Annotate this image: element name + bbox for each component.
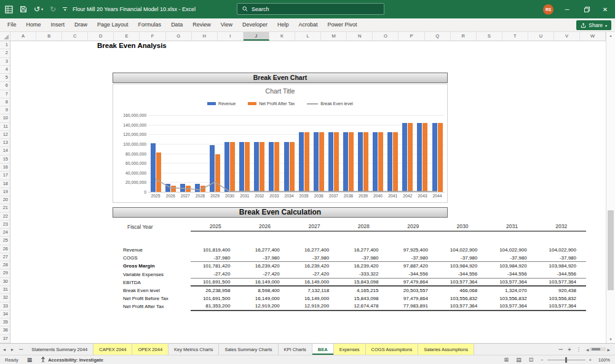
column-header-Q[interactable]: Q	[425, 32, 451, 41]
table-cell[interactable]: 103,556,832	[487, 296, 536, 301]
row-header-3[interactable]: 3	[0, 58, 10, 66]
new-sheet-icon[interactable]: +	[568, 346, 571, 353]
menu-tab-help[interactable]: Help	[272, 18, 294, 32]
macro-record-icon[interactable]: ▦	[27, 357, 33, 363]
menu-tab-data[interactable]: Data	[166, 18, 188, 32]
table-cell[interactable]: 103,577,364	[487, 279, 536, 285]
row-header-11[interactable]: 11	[0, 123, 10, 131]
table-cell[interactable]: -37,980	[438, 255, 487, 261]
table-cell[interactable]: 16,149,000	[240, 296, 289, 301]
scroll-left-icon[interactable]: ◀	[586, 347, 589, 352]
table-cell[interactable]: -37,980	[240, 255, 289, 261]
search-box[interactable]: Search	[237, 3, 384, 15]
horizontal-scrollbar-track[interactable]	[590, 347, 606, 351]
table-cell[interactable]: 81,353,200	[191, 303, 240, 309]
column-header-H[interactable]: H	[192, 32, 218, 41]
row-header-9[interactable]: 9	[0, 106, 10, 114]
table-cell[interactable]: 97,925,400	[389, 247, 438, 253]
column-header-G[interactable]: G	[166, 32, 192, 41]
page-layout-view-icon[interactable]: ▤	[516, 357, 522, 363]
column-header-W[interactable]: W	[580, 32, 606, 41]
table-cell[interactable]: 1,324,070	[487, 288, 536, 293]
zoom-in-icon[interactable]: +	[589, 357, 592, 363]
accessibility-status[interactable]: Accessibility: Investigate	[41, 357, 103, 363]
row-header-2[interactable]: 2	[0, 49, 10, 57]
horizontal-scrollbar[interactable]: ◀ ▶	[586, 347, 610, 352]
sheet-tab-bea[interactable]: BEA	[312, 344, 334, 355]
row-header-32[interactable]: 32	[0, 294, 10, 302]
table-cell[interactable]: -27,420	[240, 271, 289, 277]
table-cell[interactable]: 103,984,920	[487, 263, 536, 269]
column-header-M[interactable]: M	[321, 32, 347, 41]
page-break-view-icon[interactable]: ⊡	[529, 357, 534, 363]
column-header-O[interactable]: O	[373, 32, 399, 41]
table-cell[interactable]: 16,149,000	[240, 279, 289, 285]
row-header-30[interactable]: 30	[0, 278, 10, 286]
row-header-1[interactable]: 1	[0, 41, 10, 49]
row-header-37[interactable]: 37	[0, 335, 10, 343]
restore-button[interactable]	[577, 0, 597, 18]
scroll-up-icon[interactable]: ▲	[606, 32, 615, 39]
menu-tab-home[interactable]: Home	[22, 18, 46, 32]
zoom-out-icon[interactable]: −	[541, 357, 543, 363]
table-cell[interactable]: -37,980	[290, 255, 339, 261]
table-cell[interactable]: -344,556	[487, 271, 536, 277]
table-cell[interactable]: -27,420	[290, 271, 339, 277]
table-cell[interactable]: 101,781,420	[191, 263, 240, 269]
table-cell[interactable]: 16,239,420	[290, 263, 339, 269]
sheet-tab-cogs-assumptions[interactable]: COGS Assumptions	[366, 344, 419, 355]
table-cell[interactable]: 103,556,832	[438, 296, 487, 301]
table-cell[interactable]: 15,843,098	[339, 296, 388, 301]
column-header-A[interactable]: A	[10, 32, 36, 41]
sheet-tab-capex-2044[interactable]: CAPEX 2044	[93, 344, 132, 355]
column-header-D[interactable]: D	[88, 32, 114, 41]
sheet-tab-opex-2044[interactable]: OPEX 2044	[132, 344, 169, 355]
row-header-12[interactable]: 12	[0, 131, 10, 139]
row-header-13[interactable]: 13	[0, 139, 10, 147]
kebab-icon[interactable]: ⋮	[576, 347, 581, 352]
sheet-nav-left-icon[interactable]: ◂	[3, 347, 6, 352]
column-header-N[interactable]: N	[347, 32, 373, 41]
menu-tab-developer[interactable]: Developer	[237, 18, 272, 32]
close-button[interactable]: ✕	[595, 0, 615, 18]
row-header-29[interactable]: 29	[0, 269, 10, 277]
menu-tab-page-layout[interactable]: Page Layout	[92, 18, 133, 32]
table-cell[interactable]: 103,577,364	[537, 279, 586, 285]
table-cell[interactable]: 103,984,920	[438, 263, 487, 269]
row-header-23[interactable]: 23	[0, 221, 10, 229]
row-header-28[interactable]: 28	[0, 261, 10, 269]
table-cell[interactable]: -37,980	[339, 255, 388, 261]
row-header-16[interactable]: 16	[0, 164, 10, 172]
row-header-20[interactable]: 20	[0, 196, 10, 204]
row-header-6[interactable]: 6	[0, 82, 10, 90]
sheet-nav-ellipsis-icon[interactable]: •••	[19, 347, 23, 351]
table-cell[interactable]: -37,980	[191, 255, 240, 261]
row-header-31[interactable]: 31	[0, 286, 10, 294]
select-all-corner[interactable]	[0, 32, 10, 41]
table-cell[interactable]: 920,438	[537, 288, 586, 293]
share-button[interactable]: Share ▾	[576, 20, 611, 30]
row-header-34[interactable]: 34	[0, 311, 10, 318]
column-header-J[interactable]: J	[244, 32, 269, 41]
normal-view-icon[interactable]: ⊞	[504, 357, 509, 363]
table-cell[interactable]: 16,277,400	[240, 247, 289, 253]
zoom-percent[interactable]: 100%	[595, 357, 610, 363]
row-header-8[interactable]: 8	[0, 98, 10, 106]
menu-tab-power-pivot[interactable]: Power Pivot	[323, 18, 362, 32]
table-cell[interactable]: 16,239,420	[339, 263, 388, 269]
table-cell[interactable]: 97,479,864	[389, 296, 438, 301]
sheet-tab-sales-summary-charts[interactable]: Sales Summary Charts	[219, 344, 278, 355]
table-cell[interactable]: 16,239,420	[240, 263, 289, 269]
row-header-35[interactable]: 35	[0, 318, 10, 326]
row-header-15[interactable]: 15	[0, 156, 10, 164]
table-cell[interactable]: 12,919,200	[240, 303, 289, 309]
table-cell[interactable]: 97,887,420	[389, 263, 438, 269]
undo-icon[interactable]: ↺▾	[34, 6, 43, 13]
row-header-7[interactable]: 7	[0, 90, 10, 98]
table-cell[interactable]: 101,691,500	[191, 296, 240, 301]
column-header-P[interactable]: P	[399, 32, 424, 41]
zoom-slider-thumb[interactable]	[565, 357, 567, 363]
sheet-tab-statements-summary-2044[interactable]: Statements Summary 2044	[26, 344, 93, 355]
table-cell[interactable]: -37,980	[537, 255, 586, 261]
table-cell[interactable]: 20,503,557	[389, 288, 438, 293]
